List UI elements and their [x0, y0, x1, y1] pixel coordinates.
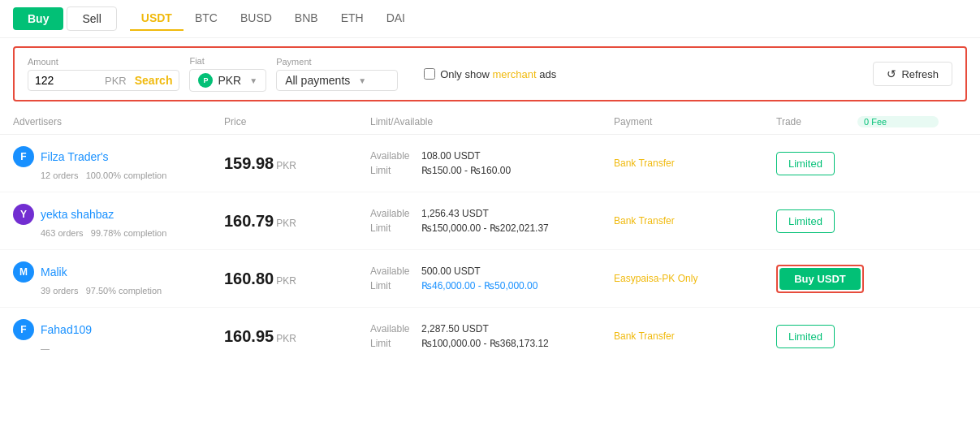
tab-busd[interactable]: BUSD [229, 6, 283, 31]
limit-row: Limit ₨150.00 - ₨160.00 [370, 165, 614, 176]
price-unit: PKR [276, 275, 296, 287]
trade-cell: Limited [776, 152, 857, 175]
available-label: Available [370, 150, 415, 162]
fiat-filter-group: Fiat P PKR ▼ [189, 56, 266, 92]
tab-eth[interactable]: ETH [330, 6, 375, 31]
buy-usdt-button[interactable]: Buy USDT [779, 268, 861, 290]
available-label: Available [370, 265, 415, 277]
merchant-checkbox[interactable] [424, 68, 435, 80]
payment-select[interactable]: All payments ▼ [276, 70, 398, 91]
currency-tabs: USDT BTC BUSD BNB ETH DAI [130, 6, 417, 31]
available-row: Available 500.00 USDT [370, 265, 614, 277]
limit-cell: Available 500.00 USDT Limit ₨46,000.00 -… [370, 265, 614, 291]
advertiser-top: F Fahad109 [13, 319, 224, 340]
price-unit: PKR [276, 160, 296, 171]
fiat-label: Fiat [189, 56, 266, 66]
trade-cell: Buy USDT [776, 265, 857, 293]
buy-btn-highlight: Buy USDT [776, 265, 864, 293]
available-row: Available 2,287.50 USDT [370, 323, 614, 335]
advertiser-name[interactable]: Filza Trader's [41, 150, 109, 163]
avatar: M [13, 261, 34, 283]
limit-label: Limit [370, 280, 415, 291]
advertiser-stats: — [13, 343, 224, 353]
limit-cell: Available 108.00 USDT Limit ₨150.00 - ₨1… [370, 150, 614, 176]
col-advertisers: Advertisers [13, 116, 224, 127]
amount-filter-group: Amount PKR Search [28, 57, 179, 91]
limited-button[interactable]: Limited [776, 152, 835, 175]
merchant-filter: Only show merchant ads [424, 68, 556, 80]
advertiser-info: F Filza Trader's 12 orders 100.00% compl… [13, 146, 224, 180]
available-row: Available 1,256.43 USDT [370, 208, 614, 219]
limit-cell: Available 1,256.43 USDT Limit ₨150,000.0… [370, 208, 614, 234]
amount-input[interactable] [35, 74, 100, 87]
limit-value: ₨46,000.00 - ₨50,000.00 [421, 280, 537, 291]
available-label: Available [370, 323, 415, 335]
table-row: Y yekta shahbaz 463 orders 99.78% comple… [0, 192, 980, 250]
fiat-value: PKR [218, 74, 241, 87]
completion-rate: 99.78% completion [91, 228, 167, 238]
advertiser-top: Y yekta shahbaz [13, 204, 224, 225]
fee-badge: 0 Fee [857, 116, 939, 127]
payment-label: Payment [276, 57, 398, 67]
available-value: 108.00 USDT [421, 150, 481, 162]
payment-method: Bank Transfer [614, 330, 776, 342]
payment-value: All payments [285, 74, 350, 87]
table-row: F Fahad109 — 160.95PKR Available 2,287.5… [0, 308, 980, 365]
completion-rate: 97.50% completion [86, 286, 162, 296]
advertiser-name[interactable]: Fahad109 [41, 323, 92, 336]
buy-tab-button[interactable]: Buy [13, 7, 63, 30]
table-header: Advertisers Price Limit/Available Paymen… [0, 110, 980, 135]
completion-rate: 100.00% completion [86, 171, 167, 180]
limit-row: Limit ₨46,000.00 - ₨50,000.00 [370, 280, 614, 291]
limit-label: Limit [370, 165, 415, 176]
col-price: Price [224, 116, 370, 127]
avatar: F [13, 319, 34, 340]
orders-count: 12 orders [41, 171, 78, 180]
orders-count: 39 orders [41, 286, 78, 296]
tab-btc[interactable]: BTC [183, 6, 229, 31]
limit-row: Limit ₨150,000.00 - ₨202,021.37 [370, 222, 614, 234]
search-button[interactable]: Search [135, 74, 173, 87]
limit-value: ₨150.00 - ₨160.00 [421, 165, 511, 176]
limited-button[interactable]: Limited [776, 209, 835, 233]
refresh-button[interactable]: ↺ Refresh [873, 62, 952, 86]
trade-cell: Limited [776, 325, 857, 348]
amount-label: Amount [28, 57, 179, 67]
orders-count: — [41, 343, 50, 353]
limit-row: Limit ₨100,000.00 - ₨368,173.12 [370, 338, 614, 349]
sell-tab-button[interactable]: Sell [67, 6, 116, 31]
price-cell: 159.98PKR [224, 154, 370, 173]
avatar: F [13, 146, 34, 167]
chevron-down-icon-2: ▼ [358, 76, 366, 85]
refresh-icon: ↺ [887, 67, 896, 80]
merchant-label-text: Only show merchant ads [440, 68, 556, 80]
advertiser-name[interactable]: yekta shahbaz [41, 208, 114, 221]
amount-currency: PKR [105, 75, 127, 87]
advertiser-name[interactable]: Malik [41, 265, 67, 278]
price-cell: 160.95PKR [224, 327, 370, 346]
table-row: F Filza Trader's 12 orders 100.00% compl… [0, 135, 980, 192]
table-row: M Malik 39 orders 97.50% completion 160.… [0, 250, 980, 308]
price-cell: 160.80PKR [224, 270, 370, 288]
fiat-select[interactable]: P PKR ▼ [189, 69, 266, 92]
price-cell: 160.79PKR [224, 212, 370, 231]
amount-input-wrap: PKR Search [28, 70, 179, 91]
advertiser-info: F Fahad109 — [13, 319, 224, 353]
tab-usdt[interactable]: USDT [130, 6, 183, 31]
col-trade: Trade [776, 116, 857, 127]
trade-cell: Limited [776, 209, 857, 233]
payment-filter-group: Payment All payments ▼ [276, 57, 398, 91]
avatar: Y [13, 204, 34, 225]
tab-bnb[interactable]: BNB [283, 6, 330, 31]
payment-method: Easypaisa-PK Only [614, 273, 776, 284]
pkr-dot-icon: P [198, 73, 213, 88]
limit-value: ₨150,000.00 - ₨202,021.37 [421, 222, 549, 234]
available-value: 1,256.43 USDT [421, 208, 489, 219]
limited-button[interactable]: Limited [776, 325, 835, 348]
tab-dai[interactable]: DAI [375, 6, 417, 31]
limit-label: Limit [370, 338, 415, 349]
advertiser-info: Y yekta shahbaz 463 orders 99.78% comple… [13, 204, 224, 238]
available-label: Available [370, 208, 415, 219]
payment-method: Bank Transfer [614, 158, 776, 169]
refresh-label: Refresh [901, 68, 939, 80]
